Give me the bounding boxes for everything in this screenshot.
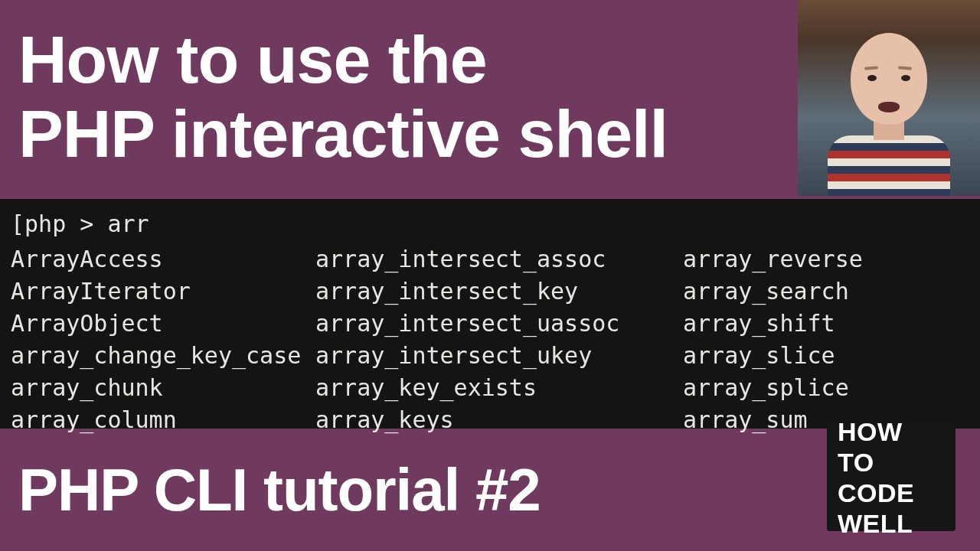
presenter-webcam	[798, 0, 980, 196]
completion-item: array_shift	[683, 308, 966, 340]
main-title: How to use the PHP interactive shell	[18, 23, 668, 171]
completion-item: ArrayAccess	[11, 243, 315, 276]
terminal-prompt: [php > arr	[11, 208, 966, 240]
completion-item: array_slice	[683, 340, 966, 372]
completion-column-0: ArrayAccess ArrayIterator ArrayObject ar…	[11, 243, 315, 436]
title-line-1: How to use the	[18, 21, 487, 97]
completion-item: ArrayObject	[11, 308, 315, 340]
completion-item: array_keys	[315, 404, 683, 436]
completion-item: array_splice	[683, 372, 966, 404]
completion-column-2: array_reverse array_search array_shift a…	[683, 243, 966, 436]
completion-item: array_intersect_ukey	[315, 340, 683, 372]
completion-item: array_intersect_assoc	[315, 243, 683, 276]
completion-item: ArrayIterator	[11, 276, 315, 308]
completion-item: array_chunk	[11, 372, 315, 404]
completion-item: array_column	[11, 404, 315, 436]
channel-badge: HOW TO CODE WELL	[827, 424, 956, 531]
terminal-output: [php > arr ArrayAccess ArrayIterator Arr…	[0, 199, 980, 429]
completion-item: array_intersect_key	[315, 276, 683, 308]
badge-text: HOW TO CODE WELL	[838, 416, 945, 539]
completion-item: array_change_key_case	[11, 340, 315, 372]
completion-column-1: array_intersect_assoc array_intersect_ke…	[315, 243, 683, 436]
completion-item: array_intersect_uassoc	[315, 308, 683, 340]
title-line-2: PHP interactive shell	[18, 96, 668, 171]
completion-item: array_search	[683, 276, 966, 308]
completion-item: array_reverse	[683, 243, 966, 276]
completion-item: array_key_exists	[315, 372, 683, 404]
footer-title: PHP CLI tutorial #2	[18, 455, 541, 525]
